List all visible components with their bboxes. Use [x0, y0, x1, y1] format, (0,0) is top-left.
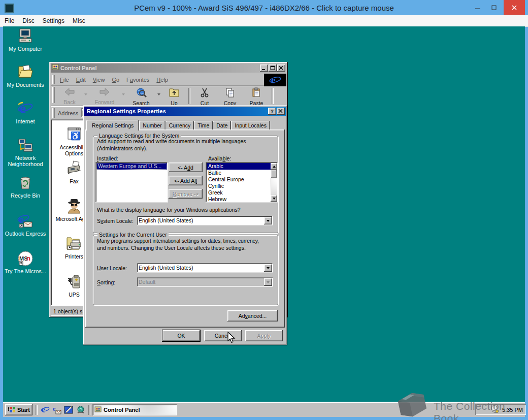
dialog-title: Regional Settings Properties: [87, 108, 268, 114]
forward-dropdown-icon[interactable]: [120, 87, 126, 102]
cp-menu-view[interactable]: View: [89, 77, 109, 83]
recycle-bin-icon: [17, 175, 34, 191]
cp-menu-help[interactable]: Help: [153, 77, 172, 83]
quicklaunch-channels-icon[interactable]: [75, 405, 86, 415]
installed-languages-list[interactable]: Western Europe and U.S...: [95, 162, 168, 203]
list-item[interactable]: Hebrew: [207, 196, 277, 203]
chevron-down-icon[interactable]: [264, 264, 272, 272]
desktop-icon-network-neighborhood[interactable]: Network Neighborhood: [4, 137, 47, 167]
combo-value: Default: [139, 279, 263, 286]
dialog-titlebar[interactable]: Regional Settings Properties ?: [84, 107, 286, 116]
list-item[interactable]: Central Europe: [207, 176, 277, 183]
tray-clock[interactable]: 5:35 PM: [502, 407, 523, 413]
back-dropdown-icon[interactable]: [83, 87, 89, 102]
tab-currency[interactable]: Currency: [166, 121, 194, 130]
desktop-icon-label: Internet: [16, 118, 35, 124]
copy-button[interactable]: Copy: [217, 87, 243, 106]
pcem-menu-disc[interactable]: Disc: [18, 15, 38, 26]
desktop-icon-my-computer[interactable]: My Computer: [4, 28, 47, 52]
desktop-icon-label: My Computer: [9, 46, 42, 52]
taskbar-task-control-panel[interactable]: Control Panel: [92, 404, 177, 415]
up-button[interactable]: Up: [162, 87, 186, 106]
addressbar-grip[interactable]: [52, 108, 55, 118]
control-panel-titlebar[interactable]: Control Panel: [51, 63, 286, 73]
control-panel-menubar: File Edit View Go Favorites Help e: [51, 74, 286, 86]
close-icon[interactable]: [504, 0, 525, 15]
cp-menu-file[interactable]: File: [56, 77, 73, 83]
search-icon: [136, 87, 147, 100]
forward-button[interactable]: Forward: [89, 87, 120, 106]
system-locale-combo[interactable]: English (United States): [137, 216, 273, 225]
cp-close-icon[interactable]: [277, 64, 285, 72]
back-button[interactable]: Back: [56, 87, 83, 106]
cp-menu-favorites[interactable]: Favorites: [123, 77, 153, 83]
tab-date[interactable]: Date: [213, 121, 231, 130]
group-description: Add support to read and write documents …: [97, 138, 246, 144]
tab-time[interactable]: Time: [194, 121, 213, 130]
desktop-icon-outlook-express[interactable]: e Outlook Express: [4, 213, 47, 237]
cp-menu-edit[interactable]: Edit: [73, 77, 89, 83]
user-locale-combo[interactable]: English (United States): [137, 263, 273, 273]
scroll-up-icon[interactable]: [271, 163, 277, 170]
scroll-down-icon[interactable]: [271, 195, 277, 202]
desktop-icon-internet[interactable]: e Internet: [4, 101, 47, 124]
taskbar-separator: [36, 405, 38, 415]
maximize-icon[interactable]: [487, 0, 501, 15]
list-item[interactable]: Western Europe and U.S...: [96, 163, 167, 170]
system-locale-label: System Locale:: [97, 218, 134, 224]
quicklaunch-outlook-icon[interactable]: e: [51, 405, 62, 415]
apply-button[interactable]: Apply: [245, 330, 283, 341]
quicklaunch-show-desktop-icon[interactable]: [63, 405, 74, 415]
forward-icon: [99, 87, 110, 99]
scroll-thumb[interactable]: [271, 170, 277, 178]
desktop-icon-recycle-bin[interactable]: Recycle Bin: [4, 175, 47, 199]
list-item[interactable]: Greek: [207, 189, 277, 196]
cp-maximize-icon[interactable]: [269, 64, 277, 72]
cp-minimize-icon[interactable]: [260, 64, 268, 72]
printers-icon: [66, 236, 82, 252]
cut-button[interactable]: Cut: [192, 87, 217, 106]
scrollbar[interactable]: [271, 163, 277, 202]
svg-text:e: e: [19, 213, 24, 225]
cp-menu-go[interactable]: Go: [108, 77, 123, 83]
desktop-icon-my-documents[interactable]: My Documents: [4, 64, 47, 88]
start-button[interactable]: Start: [5, 404, 32, 415]
search-button[interactable]: Search: [126, 87, 156, 106]
minimize-icon[interactable]: [471, 0, 484, 15]
paste-button[interactable]: Paste: [243, 87, 270, 106]
group-description: Many programs support international sett…: [97, 238, 259, 244]
chevron-down-icon[interactable]: [264, 217, 272, 224]
remove-button[interactable]: Remove ->: [169, 189, 203, 199]
list-item[interactable]: Baltic: [207, 170, 277, 176]
tray-mouse-icon[interactable]: [490, 405, 500, 414]
list-item[interactable]: Arabic: [207, 163, 271, 170]
add-all-button[interactable]: <- Add All: [169, 176, 203, 185]
dialog-close-icon[interactable]: [277, 108, 285, 115]
help-icon[interactable]: ?: [268, 108, 276, 115]
ok-button[interactable]: OK: [162, 330, 200, 341]
tab-regional-settings[interactable]: Regional Settings: [86, 120, 139, 131]
task-label: Control Panel: [104, 407, 140, 413]
taskbar-separator: [88, 405, 90, 415]
advanced-button[interactable]: Advanced...: [227, 310, 278, 321]
available-languages-list[interactable]: Arabic Baltic Central Europe Cyrillic Gr…: [206, 162, 278, 203]
chevron-down-icon: [264, 278, 272, 286]
pcem-menu-settings[interactable]: Settings: [39, 15, 69, 26]
menubar-grip[interactable]: [52, 75, 55, 83]
cp-item-label: Fax: [70, 178, 79, 184]
add-button[interactable]: <- Add: [169, 163, 203, 172]
desktop-icon-label: Network Neighborhood: [4, 155, 47, 167]
tab-number[interactable]: Number: [139, 121, 165, 130]
desktop-icon-try-msn[interactable]: MS n Try The Micros...: [4, 250, 47, 274]
list-item[interactable]: Cyrillic: [207, 183, 277, 189]
pcem-menu-misc[interactable]: Misc: [69, 15, 89, 26]
desktop-icon-label: Try The Micros...: [5, 268, 46, 274]
combo-value: English (United States): [139, 265, 263, 272]
tab-input-locales[interactable]: Input Locales: [231, 121, 270, 130]
pcem-menu-file[interactable]: File: [0, 15, 18, 26]
quicklaunch-ie-icon[interactable]: e: [40, 405, 51, 415]
copy-icon: [225, 87, 235, 100]
toolbar-grip[interactable]: [52, 87, 55, 103]
search-dropdown-icon[interactable]: [156, 87, 162, 102]
dialog-tabs: Regional Settings Number Currency Time D…: [86, 120, 270, 130]
